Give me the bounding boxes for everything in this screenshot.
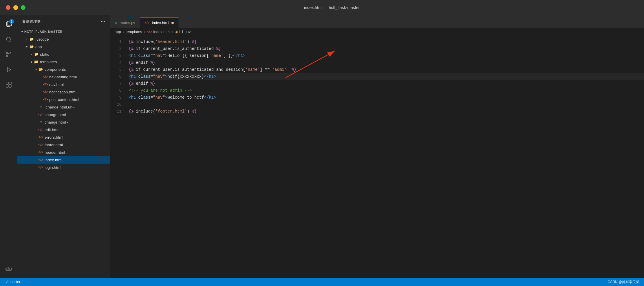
sidebar-title: 资源管理器 (22, 19, 41, 24)
close-button[interactable] (6, 5, 10, 10)
templates-arrow: ▾ (29, 59, 34, 64)
tree-item-login[interactable]: › </> login.html (17, 164, 110, 171)
folder-open-icon: 📂 (29, 44, 34, 49)
components-label: components (45, 67, 66, 72)
root-label: HCTF_FLASK-MASTER (24, 30, 63, 33)
tree-item-nav-setting[interactable]: › </> nav-setting.html (17, 73, 110, 81)
tab-routes-py[interactable]: ◈ routes.py (110, 17, 140, 28)
activity-item-extensions[interactable] (2, 78, 16, 92)
status-right: CSDN @她叫常玉莹 (608, 280, 639, 285)
html-file-icon9: </> (38, 150, 43, 155)
breadcrumb-indexhtml[interactable]: </> index.html (147, 30, 171, 34)
breadcrumb-sep1: › (123, 30, 124, 34)
breadcrumb-h1nav[interactable]: ◈ h1.nav (175, 30, 191, 34)
tree-item-static[interactable]: › 📁 static (17, 50, 110, 58)
static-folder-icon: 📁 (34, 52, 39, 57)
activity-bar: 1 (0, 15, 17, 278)
sidebar: 资源管理器 ··· ▾ HCTF_FLASK-MASTER › 📁 .vscod… (17, 15, 110, 278)
activity-item-git[interactable] (2, 48, 16, 61)
tree-item-index[interactable]: › </> index.html (17, 156, 110, 164)
tree-item-components[interactable]: ▾ 📂 components (17, 66, 110, 73)
html-file-icon5: </> (38, 112, 43, 117)
tree-item-post-content[interactable]: › </> post-content.html (17, 96, 110, 103)
svg-point-6 (10, 53, 11, 54)
vscode-arrow: › (24, 37, 29, 41)
code-line-2: {% if current_user.is_authenticated %} (129, 45, 644, 52)
tree-root[interactable]: ▾ HCTF_FLASK-MASTER (17, 28, 110, 35)
editor-area: ◈ routes.py </> index.html app › templat… (110, 15, 644, 278)
activity-item-debug[interactable] (2, 63, 16, 77)
tree-item-change[interactable]: › </> change.html (17, 111, 110, 118)
minimize-button[interactable] (13, 5, 18, 10)
svg-point-5 (6, 53, 8, 54)
templates-label: templates (40, 60, 57, 64)
edit-label: edit.html (45, 128, 59, 132)
errors-label: errors.html (45, 135, 63, 140)
breadcrumb-nav-icon: ◈ (175, 30, 178, 34)
html-file-icon4: </> (43, 97, 48, 102)
activity-item-search[interactable] (2, 32, 16, 46)
svg-point-7 (6, 55, 8, 57)
change-tilde-label: change.html~ (45, 120, 68, 124)
watermark: CSDN @她叫常玉莹 (608, 280, 639, 285)
notification-label: notification.html (49, 90, 76, 94)
html-file-icon6: </> (38, 127, 43, 132)
nav-setting-label: nav-setting.html (49, 75, 77, 79)
code-line-4: {% endif %} (129, 59, 644, 66)
code-line-1: {% include('header.html') %} (129, 38, 644, 45)
code-line-10 (129, 101, 644, 108)
git-branch[interactable]: ⎇ master (5, 280, 20, 284)
components-arrow: ▾ (34, 67, 38, 72)
git-icon (5, 51, 12, 58)
code-line-9: <h1 class="nav">Welcome to hctf</h1> (129, 94, 644, 101)
main-layout: 1 (0, 15, 644, 278)
window-controls[interactable] (6, 5, 25, 10)
activity-item-explorer[interactable]: 1 (2, 17, 16, 31)
breadcrumb-sep3: › (172, 30, 173, 34)
app-label: app (35, 45, 42, 49)
tree-item-footer[interactable]: › </> footer.html (17, 141, 110, 149)
maximize-button[interactable] (21, 5, 25, 10)
code-editor[interactable]: 1 2 3 4 5 6 7 8 9 10 11 {% include('head… (110, 36, 644, 278)
static-label: static (40, 52, 49, 57)
sidebar-header: 资源管理器 ··· (17, 15, 110, 28)
activity-item-docker[interactable] (2, 262, 16, 276)
lines-icon: ≡ (38, 104, 43, 110)
search-icon (5, 36, 12, 43)
svg-rect-10 (9, 82, 11, 84)
breadcrumb-sep2: › (144, 30, 145, 34)
svg-rect-15 (8, 269, 9, 269)
tab-index-html[interactable]: </> index.html (140, 17, 179, 28)
code-content[interactable]: {% include('header.html') %} {% if curre… (126, 36, 644, 278)
line-numbers: 1 2 3 4 5 6 7 8 9 10 11 (110, 36, 126, 278)
debug-icon (5, 66, 12, 73)
code-line-3: <h1 class="nav">Hello {{ session['name']… (129, 52, 644, 59)
static-arrow: › (29, 52, 34, 57)
tree-item-edit[interactable]: › </> edit.html (17, 126, 110, 133)
header-label: header.html (45, 150, 65, 155)
activity-badge: 1 (9, 19, 14, 24)
breadcrumb-app[interactable]: app (115, 30, 121, 34)
breadcrumb-templates[interactable]: templates (126, 30, 142, 34)
code-line-5: {% if current_user.is_authenticated and … (129, 66, 644, 73)
breadcrumb: app › templates › </> index.html › ◈ h1.… (110, 28, 644, 36)
tree-item-app[interactable]: ▾ 📂 app (17, 43, 110, 50)
svg-line-4 (10, 41, 12, 42)
svg-rect-16 (9, 269, 10, 269)
tree-item-change-un[interactable]: › ≡ .change.html.un~ (17, 103, 110, 111)
html-file-icon10: </> (38, 157, 43, 162)
modified-indicator (171, 22, 174, 24)
change-un-label: .change.html.un~ (45, 105, 75, 109)
routes-py-icon: ◈ (115, 21, 117, 25)
sidebar-content[interactable]: ▾ HCTF_FLASK-MASTER › 📁 .vscode ▾ 📂 app … (17, 28, 110, 278)
tree-item-header[interactable]: › </> header.html (17, 149, 110, 156)
svg-rect-12 (9, 85, 11, 87)
tree-item-change-tilde[interactable]: › ≡ change.html~ (17, 118, 110, 126)
sidebar-more-icon[interactable]: ··· (101, 19, 105, 24)
tree-item-notification[interactable]: › </> notification.html (17, 88, 110, 96)
tree-item-templates[interactable]: ▾ 📂 templates (17, 58, 110, 66)
tree-item-nav[interactable]: › </> nav.html (17, 81, 110, 88)
extensions-icon (5, 81, 12, 88)
tree-item-vscode[interactable]: › 📁 .vscode (17, 35, 110, 43)
tree-item-errors[interactable]: › </> errors.html (17, 133, 110, 141)
